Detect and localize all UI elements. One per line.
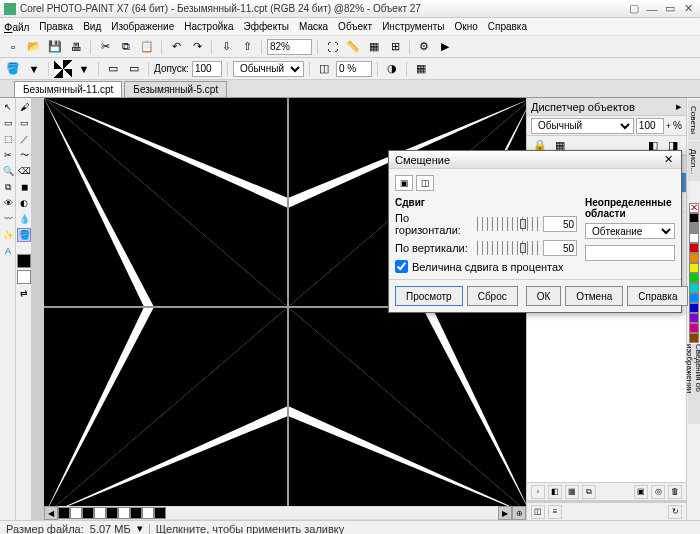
paste-icon[interactable]: 📋 <box>138 38 156 56</box>
combine-icon[interactable]: ▣ <box>634 485 648 499</box>
cut-icon[interactable]: ✂ <box>96 38 114 56</box>
rtab-manager[interactable]: Дисп... <box>688 141 700 181</box>
minimize-button[interactable]: — <box>644 2 660 16</box>
group-icon[interactable]: ⧉ <box>582 485 596 499</box>
open-icon[interactable]: 📂 <box>25 38 43 56</box>
percent-checkbox[interactable] <box>395 260 408 273</box>
dialog-tab-split-icon[interactable]: ◫ <box>416 175 434 191</box>
menu-object[interactable]: Объект <box>338 21 372 32</box>
new-icon[interactable]: ▫ <box>4 38 22 56</box>
menu-adjust[interactable]: Настройка <box>184 21 233 32</box>
brush-tool-icon[interactable]: 🖌 <box>17 100 31 114</box>
nav-plus-icon[interactable]: ⊕ <box>512 506 526 520</box>
nav-thumbnails[interactable] <box>58 507 166 519</box>
bg-color-swatch[interactable] <box>17 270 31 284</box>
undef-color-swatch[interactable] <box>585 245 675 261</box>
new-from-mask-icon[interactable]: ▦ <box>565 485 579 499</box>
menu-help[interactable]: Справка <box>488 21 527 32</box>
redeye-tool-icon[interactable]: 👁 <box>1 196 15 210</box>
color-palette[interactable]: ✕ <box>689 203 699 343</box>
shape-tool-icon[interactable]: ▭ <box>17 116 31 130</box>
info-refresh-icon[interactable]: ↻ <box>668 505 682 519</box>
undef-mode-select[interactable]: Обтекание <box>585 223 675 239</box>
reset-button[interactable]: Сброс <box>467 286 518 306</box>
help-button[interactable]: Справка <box>627 286 688 306</box>
menu-image[interactable]: Изображение <box>111 21 174 32</box>
nav-right-icon[interactable]: ▶ <box>498 506 512 520</box>
fill-mode-icon[interactable]: ▼ <box>25 60 43 78</box>
antialiasing-icon[interactable]: ◑ <box>383 60 401 78</box>
dialog-close-icon[interactable]: ✕ <box>661 153 675 167</box>
menu-edit[interactable]: Правка <box>39 21 73 32</box>
menu-window[interactable]: Окно <box>455 21 478 32</box>
menu-mask[interactable]: Маска <box>299 21 328 32</box>
preview-button[interactable]: Просмотр <box>395 286 463 306</box>
menu-file[interactable]: Файл <box>4 21 29 33</box>
dropshadow-icon[interactable]: ◼ <box>17 180 31 194</box>
snapping-icon[interactable]: ⊞ <box>386 38 404 56</box>
line-tool-icon[interactable]: ／ <box>17 132 31 146</box>
redo-icon[interactable]: ↷ <box>188 38 206 56</box>
tolerance-input[interactable] <box>192 61 222 77</box>
liquid-tool-icon[interactable]: 〰 <box>1 212 15 226</box>
pick-tool-icon[interactable]: ↖ <box>1 100 15 114</box>
edit-fill-icon[interactable]: ▼ <box>75 60 93 78</box>
clone-tool-icon[interactable]: ⧉ <box>1 180 15 194</box>
tab-doc2[interactable]: Безымянный-5.cpt <box>124 81 227 97</box>
extra-option-icon[interactable]: ▦ <box>412 60 430 78</box>
save-icon[interactable]: 💾 <box>46 38 64 56</box>
path-tool-icon[interactable]: 〜 <box>17 148 31 162</box>
maximize-button[interactable]: ▭ <box>662 2 678 16</box>
status-dropdown-icon[interactable]: ▾ <box>137 522 143 534</box>
tab-doc1[interactable]: Безымянный-11.cpt <box>14 81 122 97</box>
delete-object-icon[interactable]: 🗑 <box>668 485 682 499</box>
effect-tool-icon[interactable]: ✨ <box>1 228 15 242</box>
rtab-imageinfo[interactable]: Сведения об изображении <box>688 344 700 424</box>
menu-tools[interactable]: Инструменты <box>382 21 444 32</box>
eyedropper-icon[interactable]: 💧 <box>17 212 31 226</box>
horiz-input[interactable] <box>543 216 577 232</box>
fill-tool-icon[interactable]: 🪣 <box>4 60 22 78</box>
new-mask-icon[interactable]: ◧ <box>548 485 562 499</box>
close-button[interactable]: ✕ <box>680 2 696 16</box>
dialog-tab-preview-icon[interactable]: ▣ <box>395 175 413 191</box>
zoom-input[interactable] <box>267 39 312 55</box>
obj-blend-select[interactable]: Обычный <box>531 118 634 134</box>
text-tool-icon[interactable]: A <box>1 244 15 258</box>
copy-icon[interactable]: ⧉ <box>117 38 135 56</box>
options-icon[interactable]: ⚙ <box>415 38 433 56</box>
cancel-button[interactable]: Отмена <box>565 286 623 306</box>
obj-opacity-input[interactable] <box>636 118 664 134</box>
nav-left-icon[interactable]: ◀ <box>44 506 58 520</box>
fullscreen-icon[interactable]: ⛶ <box>323 38 341 56</box>
menu-effects[interactable]: Эффекты <box>243 21 288 32</box>
dialog-titlebar[interactable]: Смещение ✕ <box>389 151 681 169</box>
notes-icon[interactable]: ▢ <box>626 2 642 16</box>
rtab-tips[interactable]: Советы <box>688 100 700 140</box>
print-icon[interactable]: 🖶 <box>67 38 85 56</box>
menu-view[interactable]: Вид <box>83 21 101 32</box>
export-icon[interactable]: ⇧ <box>238 38 256 56</box>
opacity-input[interactable] <box>336 61 372 77</box>
eraser-tool-icon[interactable]: ⌫ <box>17 164 31 178</box>
reset-colors-icon[interactable]: ⇄ <box>17 286 31 300</box>
mask-rect-tool-icon[interactable]: ▭ <box>1 116 15 130</box>
panel-menu-icon[interactable]: ▸ <box>676 100 682 113</box>
rect-mode-icon[interactable]: ▭ <box>104 60 122 78</box>
rect-mode2-icon[interactable]: ▭ <box>125 60 143 78</box>
fg-color-swatch[interactable] <box>17 254 31 268</box>
new-object-icon[interactable]: ▫ <box>531 485 545 499</box>
blend-mode-select[interactable]: Обычный <box>233 61 304 77</box>
transparency-icon[interactable]: ◫ <box>315 60 333 78</box>
mask-transform-icon[interactable]: ⬚ <box>1 132 15 146</box>
zoom-tool-icon[interactable]: 🔍 <box>1 164 15 178</box>
import-icon[interactable]: ⇩ <box>217 38 235 56</box>
transparency-tool-icon[interactable]: ◐ <box>17 196 31 210</box>
fill-tool-active-icon[interactable]: 🪣 <box>17 228 31 242</box>
crop-tool-icon[interactable]: ✂ <box>1 148 15 162</box>
horiz-slider[interactable] <box>477 217 539 231</box>
launcher-icon[interactable]: ▶ <box>436 38 454 56</box>
ok-button[interactable]: ОК <box>526 286 562 306</box>
vert-input[interactable] <box>543 240 577 256</box>
undo-icon[interactable]: ↶ <box>167 38 185 56</box>
